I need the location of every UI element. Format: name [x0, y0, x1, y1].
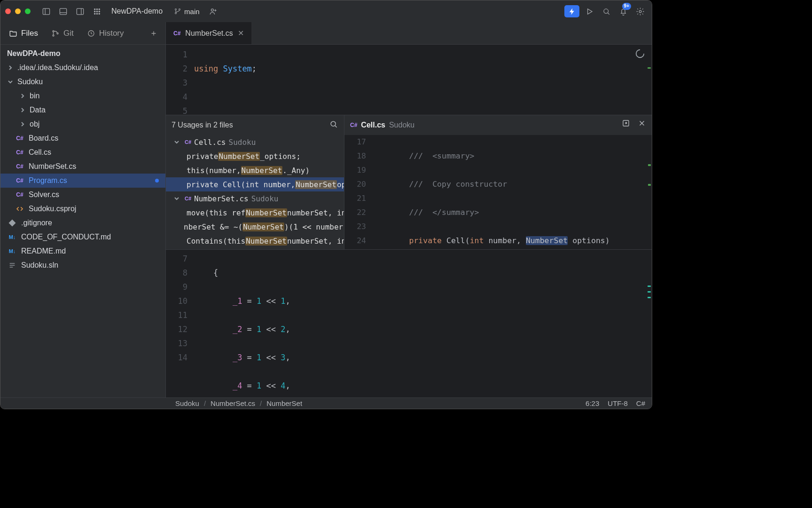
tree-label: Cell.cs	[29, 148, 51, 157]
brace: {	[213, 268, 218, 278]
close-tab-button[interactable]: ✕	[238, 29, 244, 38]
tree-label: bin	[30, 92, 39, 100]
markdown-icon: M↓	[7, 234, 17, 240]
close-window-button[interactable]	[5, 8, 11, 14]
close-preview-button[interactable]	[638, 118, 646, 132]
zoom-window-button[interactable]	[25, 8, 31, 14]
svg-point-13	[96, 13, 97, 14]
settings-button[interactable]	[633, 4, 647, 18]
file-encoding[interactable]: UTF-8	[608, 399, 628, 407]
gear-icon	[636, 7, 645, 16]
app-window: NewDPA-demo main 9+	[0, 0, 652, 409]
crumb[interactable]: NumberSet	[266, 399, 302, 407]
usage-row-selected[interactable]: private Cell(int number, NumberSet opt	[166, 177, 344, 191]
tab-numberset[interactable]: C# NumberSet.cs ✕	[166, 22, 251, 44]
tree-csproj-file[interactable]: Sudoku.csproj	[0, 202, 165, 216]
notifications-button[interactable]: 9+	[616, 4, 630, 18]
line-number: 11	[166, 308, 187, 322]
status-bar: Sudoku / NumberSet.cs / NumberSet 6:23 U…	[0, 397, 652, 409]
tree-label: obj	[30, 120, 39, 128]
vcs-branch-selector[interactable]: main	[170, 8, 203, 16]
tree-label: .gitignore	[21, 219, 52, 227]
tree-label: Data	[30, 106, 46, 114]
usage-file-numberset[interactable]: C# NumberSet.cs Sudoku	[166, 191, 344, 206]
crumb[interactable]: NumberSet.cs	[211, 399, 255, 407]
minimize-window-button[interactable]	[15, 8, 21, 14]
tree-root[interactable]: NewDPA-demo	[0, 47, 165, 61]
svg-point-25	[53, 35, 54, 36]
right-panel-toggle-icon[interactable]	[73, 4, 87, 18]
tree-numberset-file[interactable]: C# NumberSet.cs	[0, 159, 165, 174]
csharp-icon: C#	[173, 30, 180, 37]
sidebar-tab-files[interactable]: Files	[2, 23, 45, 44]
usage-row[interactable]: nberSet &= ~(NumberSet)(1 << number	[166, 220, 344, 234]
csharp-icon: C#	[15, 135, 25, 142]
tree-project-folder[interactable]: Sudoku	[0, 75, 165, 89]
breadcrumb[interactable]: Sudoku / NumberSet.cs / NumberSet	[175, 399, 302, 407]
left-panel-toggle-icon[interactable]	[39, 4, 53, 18]
bottom-panel-toggle-icon[interactable]	[56, 4, 70, 18]
line-number: 19	[344, 163, 366, 177]
preview-code[interactable]: 17 18 19 20 21 22 23 24 /// <summary> //…	[344, 135, 652, 249]
usage-row[interactable]: private NumberSet _options;	[166, 149, 344, 163]
code-body[interactable]: { _1 = 1 << 1, _2 = 1 << 2, _3 = 1 << 3,…	[194, 250, 652, 397]
project-name[interactable]: NewDPA-demo	[107, 7, 167, 16]
tree-label: NumberSet.cs	[29, 162, 76, 171]
tree-sln-file[interactable]: Sudoku.sln	[0, 258, 165, 272]
ai-assistant-button[interactable]	[564, 5, 579, 17]
cursor-position[interactable]: 6:23	[586, 399, 599, 407]
app-grid-icon[interactable]	[90, 4, 104, 18]
tree-bin-folder[interactable]: bin	[0, 89, 165, 103]
svg-point-6	[94, 8, 95, 9]
tree-label: Program.cs	[29, 176, 67, 185]
preview-code-body[interactable]: /// <summary> /// Copy constructor /// <…	[372, 135, 652, 249]
sidebar-tab-git[interactable]: Git	[45, 23, 80, 44]
line-number: 9	[166, 280, 187, 294]
tree-solver-file[interactable]: C# Solver.cs	[0, 188, 165, 202]
tree-idea-folder[interactable]: .idea/.idea.Sudoku/.idea	[0, 61, 165, 75]
preview-namespace: Sudoku	[389, 118, 414, 132]
mark: NumberSet	[218, 152, 260, 161]
crumb[interactable]: Sudoku	[175, 399, 199, 407]
tree-program-file[interactable]: C# Program.cs	[0, 174, 165, 188]
language-mode[interactable]: C#	[636, 399, 645, 407]
mark: NumberSet	[295, 180, 337, 189]
open-in-editor-button[interactable]	[622, 118, 630, 132]
tree-gitignore-file[interactable]: .gitignore	[0, 216, 165, 230]
usage-row[interactable]: this(number, NumberSet._Any)	[166, 163, 344, 177]
file-tree[interactable]: NewDPA-demo .idea/.idea.Sudoku/.idea Sud…	[0, 45, 165, 397]
line-number: 20	[344, 177, 366, 191]
collaborate-icon[interactable]	[206, 4, 220, 18]
svg-point-9	[94, 11, 95, 12]
svg-point-15	[175, 9, 177, 10]
tree-obj-folder[interactable]: obj	[0, 117, 165, 131]
tree-cell-file[interactable]: C# Cell.cs	[0, 145, 165, 159]
vcs-branch-name: main	[184, 8, 200, 16]
line-number: 18	[344, 149, 366, 163]
csharp-icon: C#	[185, 196, 191, 201]
run-button[interactable]	[582, 4, 596, 18]
tree-board-file[interactable]: C# Board.cs	[0, 131, 165, 145]
add-tab-button[interactable]	[144, 23, 164, 44]
bolt-icon	[568, 8, 576, 16]
usage-row[interactable]: move(this ref NumberSet numberSet, in	[166, 206, 344, 220]
editor-bottom[interactable]: 7 8 9 10 11 12 13 14 { _1 = 1 << 1, _2 =…	[166, 250, 652, 397]
line-number: 2	[166, 62, 187, 76]
search-everywhere-button[interactable]	[599, 4, 613, 18]
usage-file-cell[interactable]: C# Cell.cs Sudoku	[166, 135, 344, 149]
p: (	[465, 236, 470, 245]
usages-search-button[interactable]	[329, 119, 338, 131]
tree-data-folder[interactable]: Data	[0, 103, 165, 117]
preview-filename: Cell.cs	[361, 118, 385, 132]
usages-tree[interactable]: C# Cell.cs Sudoku private NumberSet _opt…	[166, 135, 344, 249]
tree-label: Sudoku.sln	[21, 261, 58, 270]
line-number: 12	[166, 322, 187, 336]
tree-coc-file[interactable]: M↓ CODE_OF_CONDUCT.md	[0, 230, 165, 244]
sidebar-tab-history[interactable]: History	[80, 23, 131, 44]
kw: using	[194, 64, 218, 73]
editor-marker-strip[interactable]	[646, 22, 652, 397]
usages-header: 7 Usages in 2 files	[166, 115, 344, 135]
tree-readme-file[interactable]: M↓ README.md	[0, 244, 165, 258]
usage-row[interactable]: Contains(this NumberSet numberSet, in	[166, 234, 344, 248]
cmt: /// <summary>	[409, 151, 474, 160]
